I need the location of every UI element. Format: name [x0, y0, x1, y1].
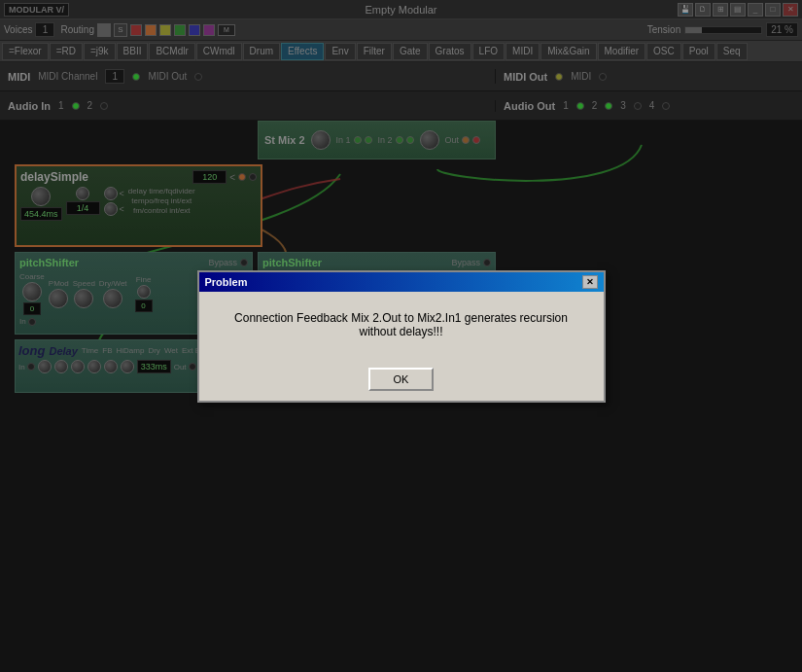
dialog-title: Problem	[205, 276, 248, 288]
dialog-content: Connection Feedback Mix 2.Out to Mix2.In…	[199, 292, 604, 358]
dialog-close-button[interactable]: ✕	[582, 275, 598, 289]
problem-dialog: Problem ✕ Connection Feedback Mix 2.Out …	[197, 270, 606, 403]
dialog-message: Connection Feedback Mix 2.Out to Mix2.In…	[219, 311, 584, 338]
dialog-buttons: OK	[199, 358, 604, 401]
dialog-overlay: Problem ✕ Connection Feedback Mix 2.Out …	[0, 0, 802, 672]
dialog-ok-button[interactable]: OK	[368, 368, 435, 391]
dialog-titlebar: Problem ✕	[199, 272, 604, 292]
